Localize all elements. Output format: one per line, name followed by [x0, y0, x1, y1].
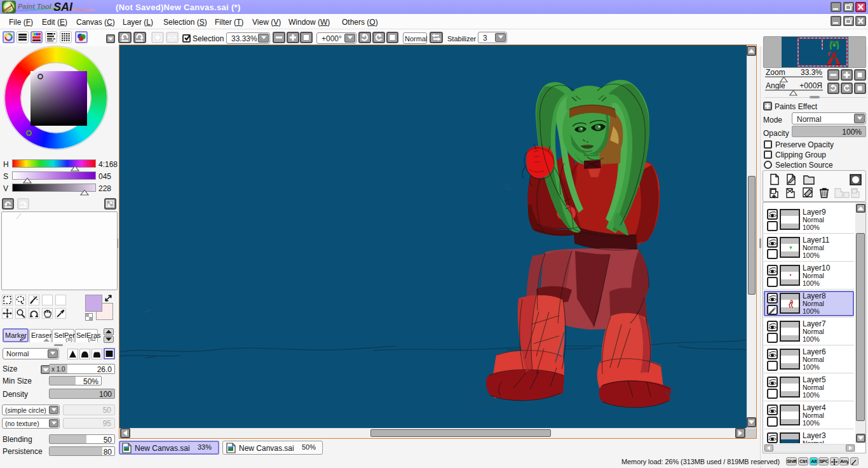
svg-text:SAI: SAI [53, 1, 73, 13]
svg-text:Paint Tool: Paint Tool [18, 3, 52, 10]
